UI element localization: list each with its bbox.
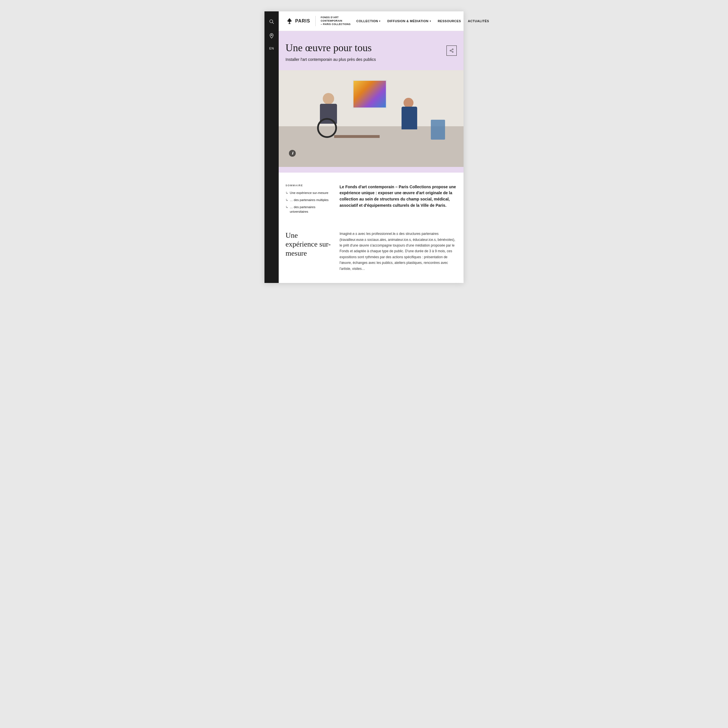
scene — [279, 70, 463, 167]
sommaire-title: SOMMAIRE — [286, 184, 331, 187]
hero-title: Une œuvre pour tous — [286, 42, 457, 54]
content-inner: SOMMAIRE ↳ Une expérience sur-mesure ↳ …… — [286, 184, 457, 217]
search-icon[interactable] — [267, 17, 276, 26]
svg-point-2 — [271, 34, 272, 35]
wheelchair-person — [316, 92, 344, 138]
svg-rect-4 — [288, 23, 291, 24]
svg-line-9 — [451, 49, 453, 50]
svg-line-1 — [272, 23, 274, 24]
guide-head — [404, 98, 413, 108]
sommaire-item-1[interactable]: ↳ … des partenaires multiples — [286, 198, 331, 202]
body-title: Une expérience sur-mesure — [286, 231, 331, 258]
main-intro-text: Le Fonds d'art contemporain – Paris Coll… — [340, 184, 457, 217]
nav-collection[interactable]: COLLECTION ▾ — [356, 19, 381, 23]
location-icon[interactable] — [267, 31, 276, 40]
body-heading: Une expérience sur-mesure — [286, 231, 331, 272]
nav: COLLECTION ▾ DIFFUSION & MÉDIATION ▾ RES… — [356, 19, 489, 23]
hero-image: ℹ — [279, 70, 463, 167]
main-content: PARIS FONDS D'ART CONTEMPORAIN – PARIS C… — [279, 11, 463, 283]
arrow-icon-2: ↳ — [286, 205, 288, 209]
body-section: Une expérience sur-mesure Imaginé.e.s av… — [279, 228, 463, 283]
scene-chair — [431, 120, 445, 140]
svg-point-0 — [269, 20, 273, 23]
paris-label: PARIS — [295, 18, 310, 24]
sommaire-label-1: … des partenaires multiples — [290, 198, 329, 202]
wheelchair-wheel — [317, 118, 337, 138]
sommaire: SOMMAIRE ↳ Une expérience sur-mesure ↳ …… — [286, 184, 331, 217]
svg-point-5 — [452, 49, 453, 50]
scene-artwork — [353, 80, 387, 109]
sommaire-label-2: … des partenaires universitaires — [290, 205, 331, 214]
sidebar: EN — [265, 11, 279, 283]
logo-divider — [315, 16, 316, 26]
logo-subtitle: FONDS D'ART CONTEMPORAIN – PARIS COLLECT… — [321, 16, 351, 26]
arrow-icon-1: ↳ — [286, 198, 288, 202]
body-text: Imaginé.e.s avec les professionnel.le.s … — [340, 231, 457, 272]
hero-image-container: ℹ — [279, 70, 463, 173]
content-section: SOMMAIRE ↳ Une expérience sur-mesure ↳ …… — [279, 173, 463, 228]
sommaire-item-2[interactable]: ↳ … des partenaires universitaires — [286, 205, 331, 214]
hero-section: Une œuvre pour tous Installer l'art cont… — [279, 31, 463, 70]
language-selector[interactable]: EN — [269, 47, 274, 50]
page-wrapper: EN PARIS FONDS D'A — [265, 11, 463, 283]
logo-area: PARIS FONDS D'ART CONTEMPORAIN – PARIS C… — [286, 16, 351, 26]
hero-subtitle: Installer l'art contemporain au plus prè… — [286, 57, 457, 62]
info-icon[interactable]: ℹ — [289, 150, 296, 157]
nav-ressources[interactable]: RESSOURCES — [437, 19, 461, 23]
sommaire-label-0: Une expérience sur-mesure — [290, 191, 329, 195]
header: PARIS FONDS D'ART CONTEMPORAIN – PARIS C… — [279, 11, 463, 31]
paris-logo[interactable]: PARIS — [286, 17, 310, 25]
svg-point-6 — [450, 50, 451, 51]
svg-line-8 — [451, 51, 453, 52]
guide-body — [402, 107, 417, 129]
share-button[interactable] — [447, 46, 457, 56]
sommaire-item-0[interactable]: ↳ Une expérience sur-mesure — [286, 191, 331, 195]
arrow-icon-0: ↳ — [286, 191, 288, 195]
nav-actualites[interactable]: ACTUALITÉS — [468, 19, 489, 23]
intro-paragraph: Le Fonds d'art contemporain – Paris Coll… — [340, 184, 457, 209]
guide-person — [400, 98, 423, 138]
wheelchair-head — [323, 93, 334, 104]
svg-point-7 — [452, 51, 453, 52]
chevron-down-icon: ▾ — [430, 20, 431, 23]
chevron-down-icon: ▾ — [379, 20, 381, 23]
nav-diffusion[interactable]: DIFFUSION & MÉDIATION ▾ — [387, 19, 431, 23]
